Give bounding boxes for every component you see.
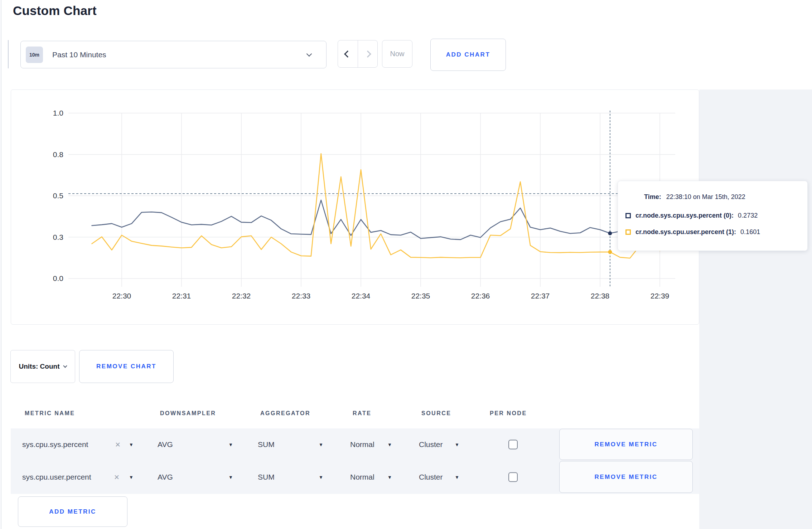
tooltip-metric-value: 0.1601: [740, 228, 760, 236]
tooltip-metric-value: 0.2732: [738, 212, 758, 219]
time-next-button[interactable]: [358, 40, 378, 67]
svg-text:22:38: 22:38: [591, 292, 610, 300]
rate-select[interactable]: Normal: [350, 473, 374, 481]
col-header-metric-name: METRIC NAME: [25, 410, 75, 417]
svg-text:22:36: 22:36: [471, 292, 490, 300]
aggregator-select[interactable]: SUM: [258, 473, 275, 481]
rate-select[interactable]: Normal: [350, 440, 374, 449]
remove-metric-button[interactable]: REMOVE METRIC: [559, 461, 693, 493]
col-header-rate: RATE: [353, 410, 371, 417]
metric-name-value[interactable]: sys.cpu.sys.percent: [22, 440, 88, 449]
svg-text:22:33: 22:33: [292, 292, 311, 300]
svg-text:22:30: 22:30: [112, 292, 131, 300]
rate-caret-icon[interactable]: ▼: [387, 475, 392, 480]
tooltip-time-value: 22:38:10 on Mar 15th, 2022: [666, 193, 745, 200]
svg-text:0.5: 0.5: [53, 191, 63, 200]
time-range-select[interactable]: 10m Past 10 Minutes: [20, 41, 327, 68]
remove-metric-button[interactable]: REMOVE METRIC: [559, 429, 693, 460]
downsampler-select[interactable]: AVG: [158, 473, 173, 481]
per-node-checkbox[interactable]: [508, 440, 518, 450]
series-user-swatch-icon: [625, 229, 631, 235]
page-left-border: [1, 0, 1, 529]
metrics-table-rows: sys.cpu.sys.percent ✕ ▼ AVG ▼ SUM ▼ Norm…: [11, 428, 699, 494]
now-button[interactable]: Now: [382, 40, 412, 68]
svg-text:22:35: 22:35: [411, 292, 430, 300]
downsampler-select[interactable]: AVG: [158, 440, 173, 449]
chevron-down-icon: [63, 364, 67, 368]
aggregator-select[interactable]: SUM: [258, 440, 275, 449]
clear-metric-icon[interactable]: ✕: [115, 441, 121, 449]
tooltip-metric-label: cr.node.sys.cpu.user.percent (1):: [635, 228, 736, 236]
svg-text:22:34: 22:34: [352, 292, 371, 300]
source-select[interactable]: Cluster: [419, 473, 443, 481]
toolbar-accent-divider: [8, 40, 9, 68]
per-node-checkbox[interactable]: [508, 472, 518, 482]
clear-metric-icon[interactable]: ✕: [114, 473, 120, 481]
svg-text:1.0: 1.0: [53, 109, 63, 117]
series-sys-swatch-icon: [625, 213, 631, 218]
chevron-right-icon: [364, 50, 371, 58]
time-nav-group: [338, 40, 378, 68]
svg-text:0.0: 0.0: [53, 274, 63, 282]
table-row: sys.cpu.sys.percent ✕ ▼ AVG ▼ SUM ▼ Norm…: [11, 428, 699, 461]
units-select[interactable]: Units: Count: [10, 350, 75, 383]
metrics-table-header: METRIC NAME DOWNSAMPLER AGGREGATOR RATE …: [11, 400, 699, 428]
remove-chart-button[interactable]: REMOVE CHART: [79, 350, 174, 383]
col-header-aggregator: AGGREGATOR: [260, 410, 310, 417]
downsampler-caret-icon[interactable]: ▼: [228, 475, 233, 480]
downsampler-caret-icon[interactable]: ▼: [228, 442, 233, 447]
svg-text:22:32: 22:32: [232, 292, 251, 300]
metrics-chart[interactable]: 0.00.30.50.81.022:3022:3122:3222:3322:34…: [11, 90, 700, 325]
tooltip-series-row: cr.node.sys.cpu.user.percent (1): 0.1601: [625, 228, 760, 236]
col-header-source: SOURCE: [421, 410, 451, 417]
svg-text:22:39: 22:39: [651, 292, 670, 300]
metric-name-value[interactable]: sys.cpu.user.percent: [22, 473, 91, 481]
chevron-down-icon: [306, 51, 312, 57]
time-prev-button[interactable]: [338, 40, 358, 67]
time-range-label: Past 10 Minutes: [52, 50, 106, 59]
col-header-downsampler: DOWNSAMPLER: [160, 410, 216, 417]
add-metric-button[interactable]: ADD METRIC: [18, 496, 127, 527]
aggregator-caret-icon[interactable]: ▼: [319, 475, 323, 480]
svg-text:0.8: 0.8: [53, 150, 63, 159]
tooltip-series-row: cr.node.sys.cpu.sys.percent (0): 0.2732: [625, 212, 758, 219]
right-backdrop: [699, 89, 812, 529]
tooltip-metric-label: cr.node.sys.cpu.sys.percent (0):: [635, 212, 734, 219]
add-chart-button[interactable]: ADD CHART: [430, 39, 506, 71]
svg-text:22:31: 22:31: [172, 292, 191, 300]
source-caret-icon[interactable]: ▼: [455, 475, 459, 480]
aggregator-caret-icon[interactable]: ▼: [319, 442, 323, 447]
page-title: Custom Chart: [13, 4, 97, 18]
chevron-left-icon: [344, 50, 351, 58]
svg-text:22:37: 22:37: [531, 292, 550, 300]
rate-caret-icon[interactable]: ▼: [387, 442, 392, 447]
source-caret-icon[interactable]: ▼: [455, 442, 459, 447]
chart-card: 0.00.30.50.81.022:3022:3122:3222:3322:34…: [11, 89, 699, 325]
metric-name-caret-icon[interactable]: ▼: [129, 475, 134, 480]
table-row: sys.cpu.user.percent ✕ ▼ AVG ▼ SUM ▼ Nor…: [11, 461, 699, 493]
chart-tooltip: Time:22:38:10 on Mar 15th, 2022 cr.node.…: [618, 181, 808, 251]
tooltip-time-row: Time:22:38:10 on Mar 15th, 2022: [644, 193, 745, 201]
units-select-label: Units: Count: [19, 363, 60, 370]
metric-name-caret-icon[interactable]: ▼: [129, 442, 134, 447]
source-select[interactable]: Cluster: [419, 440, 443, 449]
col-header-per-node: PER NODE: [490, 410, 527, 417]
tooltip-time-label: Time:: [644, 193, 661, 200]
time-range-badge: 10m: [26, 47, 43, 63]
svg-text:0.3: 0.3: [53, 233, 63, 241]
